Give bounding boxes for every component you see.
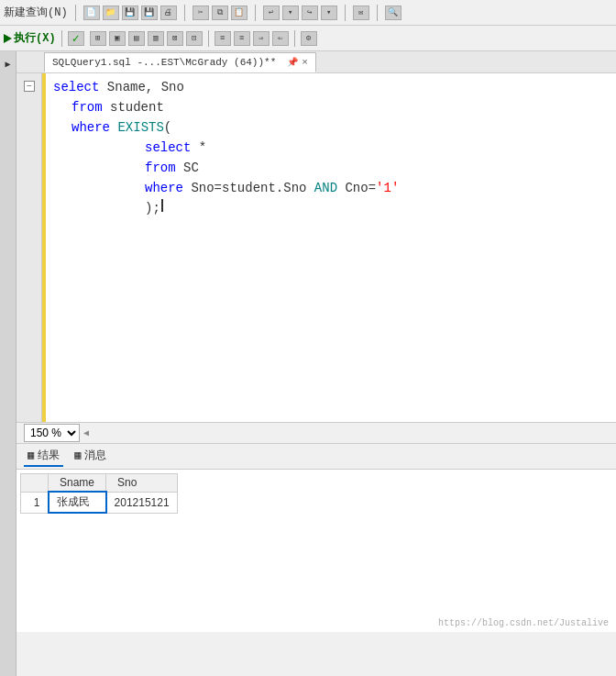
left-gutter: −: [16, 73, 42, 422]
save-icon[interactable]: 💾: [122, 6, 138, 20]
results-thead: Sname Sno: [21, 474, 178, 493]
code-line-7: );: [53, 198, 609, 218]
toolbar-2: 执行(X) ✓ ⊞ ▣ ▤ ▥ ⊠ ⊡ ≡ ≡ ⇒ ⇐ ⚙: [0, 26, 616, 51]
results-tbody: 1 张成民 201215121: [21, 492, 178, 513]
query-icon4[interactable]: ▥: [148, 31, 164, 46]
undo-redo-group: ↩ ▾ ↪ ▾: [263, 6, 337, 20]
code-line-5: from SC: [53, 158, 609, 178]
open-folder-icon[interactable]: 📁: [103, 6, 119, 20]
query-icon3[interactable]: ▤: [128, 31, 145, 46]
query-icons-group: ⊞ ▣ ▤ ▥ ⊠ ⊡: [90, 31, 203, 46]
code-paren-open: (: [164, 117, 171, 138]
kw-from-2: from: [145, 158, 176, 178]
query-icon5[interactable]: ⊠: [167, 31, 183, 46]
code-sc: SC: [176, 158, 199, 178]
messages-icon: ▦: [74, 449, 81, 462]
kw-where-1: where: [72, 117, 110, 138]
code-line-2: from student: [53, 97, 609, 117]
align-left-icon[interactable]: ≡: [214, 31, 231, 46]
file-icons-group: 📄 📁 💾 💾 🖨: [83, 6, 177, 20]
collapse-button[interactable]: −: [24, 81, 35, 92]
tab-title: SQLQuery1.sql -...EST\McGrady (64))**: [52, 57, 276, 68]
execute-triangle-icon: [4, 34, 12, 43]
tab-icons: 📌 ×: [287, 57, 308, 68]
results-container: ▦ 结果 ▦ 消息 Sname Sno: [16, 444, 616, 632]
messages-tab[interactable]: ▦ 消息: [71, 446, 110, 467]
redo-dropdown-icon[interactable]: ▾: [321, 6, 337, 20]
divider-8: [294, 30, 295, 47]
kw-where-2: where: [145, 178, 183, 198]
divider-3: [255, 5, 256, 21]
cell-sname[interactable]: 张成民: [49, 492, 106, 513]
outdent-icon[interactable]: ⇐: [272, 31, 289, 46]
content-area: SQLQuery1.sql -...EST\McGrady (64))** 📌 …: [16, 51, 616, 676]
code-sno-condition: Sno=student.Sno: [183, 178, 314, 198]
tab-pin-icon[interactable]: 📌: [287, 57, 298, 68]
table-row: 1 张成民 201215121: [21, 492, 178, 513]
search-icon[interactable]: 🔍: [385, 6, 402, 20]
format-icons-group: ≡ ≡ ⇒ ⇐: [214, 31, 289, 46]
zoom-select[interactable]: 150 % 100 % 125 % 200 %: [24, 424, 80, 442]
code-student: student: [103, 97, 164, 117]
kw-select-1: select: [53, 77, 99, 97]
new-file-icon[interactable]: 📄: [83, 6, 100, 20]
redo-icon[interactable]: ↪: [302, 6, 318, 20]
cursor-caret: [161, 199, 163, 212]
cut-icon[interactable]: ✂: [192, 6, 209, 20]
align-right-icon[interactable]: ≡: [234, 31, 250, 46]
paste-icon[interactable]: 📋: [231, 6, 248, 20]
code-sname-sno: Sname, Sno: [99, 77, 183, 97]
code-line-6: where Sno=student.Sno AND Cno='1': [53, 178, 609, 198]
code-line-1: select Sname, Sno: [53, 77, 609, 97]
save-all-icon[interactable]: 💾: [141, 6, 158, 20]
parse-check-icon[interactable]: ✓: [68, 31, 84, 46]
indent-icon[interactable]: ⇒: [253, 31, 270, 46]
main-layout: ▶ SQLQuery1.sql -...EST\McGrady (64))** …: [0, 51, 616, 676]
sidebar-narrow: ▶: [0, 51, 16, 676]
divider-1: [75, 5, 76, 21]
kw-and: AND: [314, 178, 337, 198]
col-sname-header: Sname: [49, 474, 106, 493]
copy-icon[interactable]: ⧉: [212, 6, 228, 20]
query-icon1[interactable]: ⊞: [90, 31, 106, 46]
row-number: 1: [21, 492, 49, 513]
results-grid: Sname Sno 1 张成民 201215121: [20, 473, 178, 514]
email-icon[interactable]: ✉: [353, 6, 369, 20]
query-icon6[interactable]: ⊡: [186, 31, 203, 46]
sidebar-arrow-icon[interactable]: ▶: [5, 59, 10, 70]
results-tab-label: 结果: [38, 448, 60, 463]
settings-icon[interactable]: ⚙: [301, 31, 317, 46]
divider-4: [345, 5, 346, 21]
print-icon[interactable]: 🖨: [160, 6, 177, 20]
col-sno-header: Sno: [106, 474, 178, 493]
tab-bar: SQLQuery1.sql -...EST\McGrady (64))** 📌 …: [16, 51, 616, 73]
divider-2: [184, 5, 185, 21]
query-tab[interactable]: SQLQuery1.sql -...EST\McGrady (64))** 📌 …: [44, 52, 316, 72]
code-line-4: select *: [53, 138, 609, 158]
results-header-row: Sname Sno: [21, 474, 178, 493]
tab-close-btn[interactable]: ×: [302, 57, 308, 68]
cell-sno: 201215121: [106, 492, 178, 513]
code-exists: [110, 117, 117, 138]
divider-7: [208, 30, 209, 47]
edit-icons-group: ✂ ⧉ 📋: [192, 6, 248, 20]
execute-button[interactable]: 执行(X): [4, 30, 56, 46]
results-area[interactable]: Sname Sno 1 张成民 201215121: [16, 470, 616, 632]
col-num-header: [21, 474, 49, 493]
new-query-btn[interactable]: 新建查询(N): [4, 5, 68, 20]
code-cno-condition: Cno=: [337, 178, 376, 198]
messages-tab-label: 消息: [84, 448, 106, 463]
execute-label: 执行(X): [14, 30, 56, 46]
status-bar: 150 % 100 % 125 % 200 % ◀: [16, 422, 616, 444]
undo-dropdown-icon[interactable]: ▾: [282, 6, 299, 20]
undo-icon[interactable]: ↩: [263, 6, 280, 20]
code-star: *: [191, 138, 206, 158]
scroll-left-indicator[interactable]: ◀: [83, 427, 89, 438]
toolbar-1: 新建查询(N) 📄 📁 💾 💾 🖨 ✂ ⧉ 📋 ↩ ▾ ↪ ▾ ✉ 🔍: [0, 0, 616, 26]
code-editor[interactable]: select Sname, Sno from student where EXI…: [46, 73, 616, 422]
code-line-3: where EXISTS(: [53, 117, 609, 138]
results-tab[interactable]: ▦ 结果: [24, 446, 63, 467]
query-icon2[interactable]: ▣: [109, 31, 126, 46]
divider-6: [61, 30, 62, 47]
kw-from-1: from: [72, 97, 103, 117]
